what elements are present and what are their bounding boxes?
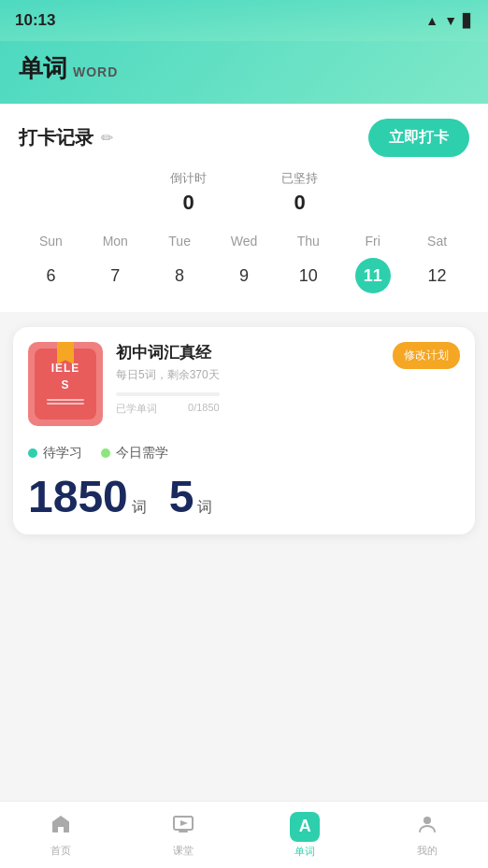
nav-classroom[interactable]: 课堂 bbox=[122, 813, 245, 858]
course-subtitle: 每日5词，剩余370天 bbox=[116, 367, 220, 383]
day-wed: Wed bbox=[212, 230, 277, 252]
word-icon: A bbox=[290, 812, 320, 842]
progress-label: 已学单词 bbox=[116, 402, 157, 416]
calendar-day-labels: Sun Mon Tue Wed Thu Fri Sat bbox=[19, 230, 469, 252]
book-line-2 bbox=[47, 403, 84, 405]
today-word-unit: 词 bbox=[197, 498, 212, 518]
checkin-section: 打卡记录 ✏ 立即打卡 倒计时 0 已坚持 0 Sun Mon Tue Wed bbox=[0, 104, 488, 312]
course-info: 初中词汇真经 每日5词，剩余370天 已学单词 0/1850 bbox=[116, 342, 220, 416]
date-9[interactable]: 9 bbox=[226, 258, 262, 293]
checkin-header: 打卡记录 ✏ 立即打卡 bbox=[19, 119, 469, 157]
checkin-button[interactable]: 立即打卡 bbox=[368, 119, 469, 157]
progress-value: 0/1850 bbox=[188, 402, 220, 416]
date-7[interactable]: 7 bbox=[97, 258, 133, 293]
wifi-icon: ▼ bbox=[444, 13, 457, 28]
today-word-count: 5 词 bbox=[169, 475, 213, 519]
course-card-top-row: IELE S 初中词汇真经 每日5词，剩余370天 bbox=[28, 342, 460, 437]
header-title-cn: 单词 bbox=[19, 52, 67, 85]
edit-icon[interactable]: ✏ bbox=[101, 129, 113, 147]
status-icons: ▲ ▼ ▊ bbox=[425, 13, 473, 28]
checkin-title: 打卡记录 bbox=[19, 125, 93, 150]
word-counts: 1850 词 5 词 bbox=[28, 475, 460, 519]
battery-icon: ▊ bbox=[463, 13, 473, 28]
calendar-dates: 6 7 8 9 10 11 12 bbox=[19, 258, 469, 293]
nav-classroom-label: 课堂 bbox=[173, 844, 194, 858]
header-title-en: WORD bbox=[73, 64, 118, 79]
total-word-unit: 词 bbox=[132, 498, 147, 518]
day-sat: Sat bbox=[405, 230, 469, 252]
book-cover: IELE S bbox=[28, 342, 103, 426]
modify-plan-button[interactable]: 修改计划 bbox=[393, 342, 460, 369]
home-icon bbox=[50, 813, 72, 841]
date-10[interactable]: 10 bbox=[291, 258, 326, 293]
book-lines bbox=[47, 397, 84, 406]
day-tue: Tue bbox=[148, 230, 212, 252]
streak-value: 0 bbox=[281, 191, 318, 215]
legend-today: 今日需学 bbox=[101, 445, 168, 462]
date-11-today[interactable]: 11 bbox=[355, 258, 391, 293]
legend-pending-label: 待学习 bbox=[43, 445, 82, 462]
nav-word[interactable]: A 单词 bbox=[244, 812, 366, 859]
nav-home[interactable]: 首页 bbox=[0, 813, 122, 858]
streak-label: 已坚持 bbox=[281, 170, 318, 187]
day-mon: Mon bbox=[83, 230, 148, 252]
day-fri: Fri bbox=[340, 230, 405, 252]
countdown-stat: 倒计时 0 bbox=[170, 170, 207, 215]
checkin-title-row: 打卡记录 ✏ bbox=[19, 125, 113, 150]
countdown-value: 0 bbox=[170, 191, 207, 215]
course-name: 初中词汇真经 bbox=[116, 342, 220, 363]
svg-marker-1 bbox=[180, 820, 188, 826]
legend-today-label: 今日需学 bbox=[116, 445, 168, 462]
legend-row: 待学习 今日需学 bbox=[28, 445, 460, 462]
header: 单词 WORD bbox=[0, 41, 488, 104]
date-12[interactable]: 12 bbox=[420, 258, 455, 293]
nav-profile-label: 我的 bbox=[417, 844, 438, 858]
date-8[interactable]: 8 bbox=[162, 258, 197, 293]
legend-dot-today bbox=[101, 448, 110, 458]
main-content: 打卡记录 ✏ 立即打卡 倒计时 0 已坚持 0 Sun Mon Tue Wed bbox=[0, 104, 488, 624]
svg-point-4 bbox=[423, 817, 431, 824]
course-top: IELE S 初中词汇真经 每日5词，剩余370天 bbox=[28, 342, 220, 426]
progress-row: 已学单词 0/1850 bbox=[116, 402, 220, 416]
book-text-line1: IELE bbox=[51, 362, 80, 377]
course-progress-bar bbox=[116, 392, 220, 396]
profile-icon bbox=[416, 813, 438, 841]
day-sun: Sun bbox=[19, 230, 83, 252]
book-text-line2: S bbox=[61, 378, 69, 393]
calendar: Sun Mon Tue Wed Thu Fri Sat 6 7 8 9 10 1… bbox=[19, 230, 469, 293]
signal-icon: ▲ bbox=[425, 13, 438, 28]
status-time: 10:13 bbox=[15, 11, 55, 30]
legend-dot-pending bbox=[28, 448, 37, 458]
classroom-icon bbox=[172, 813, 194, 841]
legend-pending: 待学习 bbox=[28, 445, 82, 462]
nav-home-label: 首页 bbox=[50, 844, 71, 858]
header-title: 单词 WORD bbox=[19, 52, 469, 85]
nav-profile[interactable]: 我的 bbox=[366, 813, 489, 858]
nav-word-label: 单词 bbox=[294, 845, 315, 859]
total-word-num: 1850 bbox=[28, 475, 128, 519]
book-line-1 bbox=[47, 399, 84, 401]
total-word-count: 1850 词 bbox=[28, 475, 147, 519]
streak-stat: 已坚持 0 bbox=[281, 170, 318, 215]
status-bar: 10:13 ▲ ▼ ▊ bbox=[0, 0, 488, 41]
day-thu: Thu bbox=[276, 230, 340, 252]
today-word-num: 5 bbox=[169, 475, 194, 519]
date-6[interactable]: 6 bbox=[33, 258, 68, 293]
stats-row: 倒计时 0 已坚持 0 bbox=[19, 170, 469, 215]
countdown-label: 倒计时 bbox=[170, 170, 207, 187]
bottom-nav: 首页 课堂 A 单词 我的 bbox=[0, 801, 488, 868]
course-card: IELE S 初中词汇真经 每日5词，剩余370天 bbox=[13, 327, 475, 534]
